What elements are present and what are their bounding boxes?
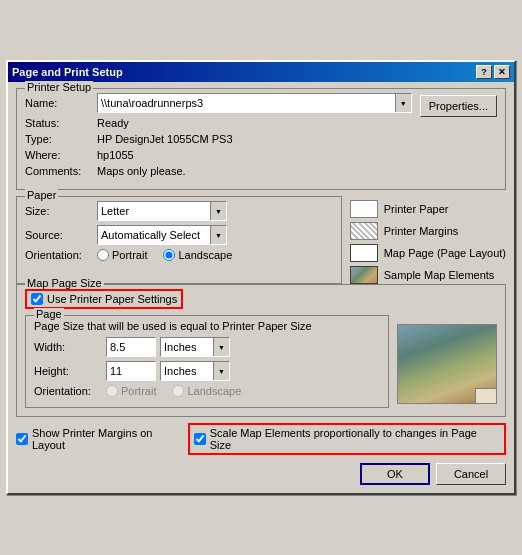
printer-name-value: \\tuna\roadrunnerps3 — [98, 97, 395, 109]
map-page-content: Use Printer Paper Settings Page Page Siz… — [25, 289, 497, 408]
legend-printer-paper: Printer Paper — [350, 200, 506, 218]
size-label: Size: — [25, 205, 97, 217]
where-row: Where: hp1055 — [25, 149, 412, 161]
width-row: Width: 8.5 Inches ▼ — [34, 337, 380, 357]
height-value: 11 — [107, 365, 155, 377]
size-combo[interactable]: Letter ▼ — [97, 201, 227, 221]
title-bar: Page and Print Setup ? ✕ — [8, 62, 514, 82]
landscape-label: Landscape — [178, 249, 232, 261]
source-value: Automatically Select — [98, 229, 210, 241]
orientation-options: Portrait Landscape — [97, 249, 232, 261]
page-landscape-radio[interactable] — [172, 385, 184, 397]
printer-paper-icon — [350, 200, 378, 218]
printer-name-combo[interactable]: \\tuna\roadrunnerps3 ▼ — [97, 93, 412, 113]
title-bar-buttons: ? ✕ — [476, 65, 510, 79]
sample-label: Sample Map Elements — [384, 269, 495, 281]
bottom-row: Show Printer Margins on Layout Scale Map… — [16, 423, 506, 455]
width-input[interactable]: 8.5 — [106, 337, 156, 357]
portrait-option[interactable]: Portrait — [97, 249, 147, 261]
legend-sample: Sample Map Elements — [350, 266, 506, 284]
landscape-option[interactable]: Landscape — [163, 249, 232, 261]
scale-highlight: Scale Map Elements proportionally to cha… — [188, 423, 506, 455]
type-value: HP DesignJet 1055CM PS3 — [97, 133, 233, 145]
height-label: Height: — [34, 365, 106, 377]
source-dropdown[interactable]: ▼ — [210, 226, 226, 244]
height-units-value: Inches — [161, 365, 213, 377]
width-units-dropdown[interactable]: ▼ — [213, 338, 229, 356]
ok-cancel-row: OK Cancel — [16, 463, 506, 485]
landscape-radio[interactable] — [163, 249, 175, 261]
ok-button[interactable]: OK — [360, 463, 430, 485]
size-value: Letter — [98, 205, 210, 217]
width-value: 8.5 — [107, 341, 155, 353]
name-label: Name: — [25, 97, 97, 109]
size-dropdown[interactable]: ▼ — [210, 202, 226, 220]
paper-legend: Printer Paper Printer Margins Map Page (… — [350, 196, 506, 284]
source-combo[interactable]: Automatically Select ▼ — [97, 225, 227, 245]
printer-setup-section: Name: \\tuna\roadrunnerps3 ▼ Status: Rea… — [25, 93, 497, 181]
width-units-value: Inches — [161, 341, 213, 353]
map-page-label: Map Page (Page Layout) — [384, 247, 506, 259]
legend-map-page: Map Page (Page Layout) — [350, 244, 506, 262]
show-margins-checkbox[interactable] — [16, 433, 28, 445]
name-row: Name: \\tuna\roadrunnerps3 ▼ — [25, 93, 412, 113]
dialog-title: Page and Print Setup — [12, 66, 123, 78]
scale-checkbox[interactable] — [194, 433, 206, 445]
help-button[interactable]: ? — [476, 65, 492, 79]
comments-row: Comments: Maps only please. — [25, 165, 412, 177]
map-page-left: Use Printer Paper Settings Page Page Siz… — [25, 289, 389, 408]
map-preview — [397, 324, 497, 404]
height-units[interactable]: Inches ▼ — [160, 361, 230, 381]
scale-label: Scale Map Elements proportionally to cha… — [210, 427, 500, 451]
page-orientation-label: Orientation: — [34, 385, 106, 397]
status-row: Status: Ready — [25, 117, 412, 129]
orientation-label: Orientation: — [25, 249, 97, 261]
where-label: Where: — [25, 149, 97, 161]
height-units-dropdown[interactable]: ▼ — [213, 362, 229, 380]
type-label: Type: — [25, 133, 97, 145]
show-margins-row: Show Printer Margins on Layout — [16, 427, 188, 451]
comments-label: Comments: — [25, 165, 97, 177]
printer-name-dropdown[interactable]: ▼ — [395, 94, 411, 112]
page-portrait-label: Portrait — [121, 385, 156, 397]
printer-info: Name: \\tuna\roadrunnerps3 ▼ Status: Rea… — [25, 93, 412, 181]
paper-section: Paper Size: Letter ▼ Source: Automatical… — [16, 196, 506, 284]
where-value: hp1055 — [97, 149, 134, 161]
printer-margins-label: Printer Margins — [384, 225, 459, 237]
sample-icon — [350, 266, 378, 284]
size-row: Size: Letter ▼ — [25, 201, 333, 221]
show-margins-label: Show Printer Margins on Layout — [32, 427, 188, 451]
page-landscape-option[interactable]: Landscape — [172, 385, 241, 397]
use-printer-highlight: Use Printer Paper Settings — [25, 289, 183, 309]
legend-printer-margins: Printer Margins — [350, 222, 506, 240]
cancel-button[interactable]: Cancel — [436, 463, 506, 485]
map-page-size-group: Map Page Size Use Printer Paper Settings… — [16, 284, 506, 417]
paper-group-label: Paper — [25, 189, 58, 201]
width-units[interactable]: Inches ▼ — [160, 337, 230, 357]
page-portrait-option[interactable]: Portrait — [106, 385, 156, 397]
use-printer-checkbox[interactable] — [31, 293, 43, 305]
map-page-size-label: Map Page Size — [25, 277, 104, 289]
properties-button[interactable]: Properties... — [420, 95, 497, 117]
status-value: Ready — [97, 117, 129, 129]
height-input[interactable]: 11 — [106, 361, 156, 381]
paper-group: Paper Size: Letter ▼ Source: Automatical… — [16, 196, 342, 284]
close-button[interactable]: ✕ — [494, 65, 510, 79]
height-row: Height: 11 Inches ▼ — [34, 361, 380, 381]
comments-value: Maps only please. — [97, 165, 186, 177]
page-sub-group: Page Page Size that will be used is equa… — [25, 315, 389, 408]
printer-setup-group: Printer Setup Name: \\tuna\roadrunnerps3… — [16, 88, 506, 190]
use-printer-row: Use Printer Paper Settings — [25, 289, 389, 309]
page-orientation-options: Portrait Landscape — [106, 385, 241, 397]
orientation-row: Orientation: Portrait Landscape — [25, 249, 333, 261]
dialog-window: Page and Print Setup ? ✕ Printer Setup N… — [6, 60, 516, 495]
page-sub-label: Page — [34, 308, 64, 320]
page-portrait-radio[interactable] — [106, 385, 118, 397]
dialog-body: Printer Setup Name: \\tuna\roadrunnerps3… — [8, 82, 514, 493]
printer-paper-label: Printer Paper — [384, 203, 449, 215]
type-row: Type: HP DesignJet 1055CM PS3 — [25, 133, 412, 145]
source-label: Source: — [25, 229, 97, 241]
page-landscape-label: Landscape — [187, 385, 241, 397]
portrait-radio[interactable] — [97, 249, 109, 261]
status-label: Status: — [25, 117, 97, 129]
